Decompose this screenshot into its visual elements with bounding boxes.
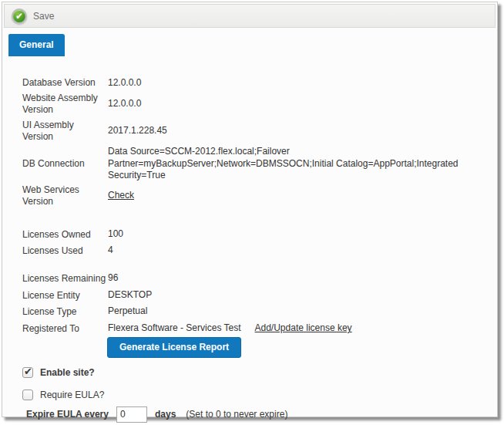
save-button-label: Save bbox=[33, 11, 54, 22]
toolbar: ✔ Save bbox=[4, 4, 496, 28]
add-update-license-key-link[interactable]: Add/Update license key bbox=[255, 322, 352, 335]
field-row-ui-assembly-version: UI Assembly Version 2017.1.228.45 bbox=[22, 120, 482, 143]
field-row-licenses-remaining: Licenses Remaining 96 bbox=[22, 272, 482, 285]
license-entity-label: License Entity bbox=[22, 290, 107, 302]
save-check-icon: ✔ bbox=[12, 8, 27, 24]
field-row-licenses-owned: Licenses Owned 100 bbox=[22, 228, 482, 241]
expire-eula-hint: (Set to 0 to never expire) bbox=[186, 409, 287, 420]
require-eula-checkbox[interactable] bbox=[22, 390, 33, 400]
field-row-license-entity: License Entity DESKTOP bbox=[22, 289, 482, 302]
license-entity-value: DESKTOP bbox=[108, 289, 482, 302]
db-connection-value: Data Source=SCCM-2012.flex.local;Failove… bbox=[108, 146, 482, 182]
website-assembly-version-value: 12.0.0.0 bbox=[108, 98, 482, 110]
licenses-owned-value: 100 bbox=[108, 228, 482, 241]
licenses-remaining-value: 96 bbox=[108, 272, 482, 285]
require-eula-row: Require EULA? bbox=[22, 390, 482, 400]
licenses-used-label: Licenses Used bbox=[22, 245, 107, 257]
website-assembly-version-label: Website Assembly Version bbox=[22, 93, 107, 116]
field-row-website-assembly-version: Website Assembly Version 12.0.0.0 bbox=[22, 93, 482, 116]
expire-eula-days-input[interactable] bbox=[116, 406, 147, 423]
expire-eula-prefix-label: Expire EULA every bbox=[26, 409, 109, 420]
tab-bar: General bbox=[8, 34, 497, 56]
enable-site-label: Enable site? bbox=[40, 367, 95, 378]
ui-assembly-version-label: UI Assembly Version bbox=[22, 120, 107, 143]
licenses-owned-label: Licenses Owned bbox=[22, 229, 107, 241]
check-web-services-link[interactable]: Check bbox=[108, 190, 134, 201]
db-connection-label: DB Connection bbox=[22, 158, 107, 170]
licenses-used-value: 4 bbox=[108, 245, 482, 257]
database-version-value: 12.0.0.0 bbox=[108, 77, 482, 89]
registered-to-value: Flexera Software - Services Test bbox=[108, 322, 241, 335]
field-row-license-type: License Type Perpetual bbox=[22, 305, 482, 319]
license-report-button-row: Generate License Report bbox=[107, 337, 482, 358]
field-row-licenses-used: Licenses Used 4 bbox=[22, 245, 482, 258]
settings-panel: ✔ Save General Database Version 12.0.0.0… bbox=[2, 2, 498, 417]
require-eula-label: Require EULA? bbox=[40, 390, 104, 400]
field-row-registered-to: Registered To Flexera Software - Service… bbox=[22, 322, 482, 336]
registered-to-label: Registered To bbox=[22, 323, 107, 335]
enable-site-checkbox[interactable] bbox=[22, 367, 33, 378]
enable-site-row: Enable site? bbox=[22, 367, 482, 378]
license-type-label: License Type bbox=[22, 306, 107, 318]
field-row-database-version: Database Version 12.0.0.0 bbox=[22, 76, 482, 89]
expire-eula-row: Expire EULA every days (Set to 0 to neve… bbox=[26, 406, 482, 423]
field-row-web-services-version: Web Services Version Check bbox=[22, 184, 482, 207]
web-services-version-label: Web Services Version bbox=[22, 184, 107, 207]
general-settings-form: Database Version 12.0.0.0 Website Assemb… bbox=[2, 56, 497, 423]
tab-general[interactable]: General bbox=[8, 34, 65, 56]
licenses-remaining-label: Licenses Remaining bbox=[22, 273, 107, 285]
field-row-db-connection: DB Connection Data Source=SCCM-2012.flex… bbox=[22, 146, 482, 182]
ui-assembly-version-value: 2017.1.228.45 bbox=[108, 125, 482, 137]
license-type-value: Perpetual bbox=[108, 305, 482, 318]
expire-eula-days-label: days bbox=[155, 409, 176, 420]
save-button[interactable]: ✔ Save bbox=[12, 8, 54, 24]
database-version-label: Database Version bbox=[22, 77, 107, 89]
generate-license-report-button[interactable]: Generate License Report bbox=[107, 337, 241, 358]
